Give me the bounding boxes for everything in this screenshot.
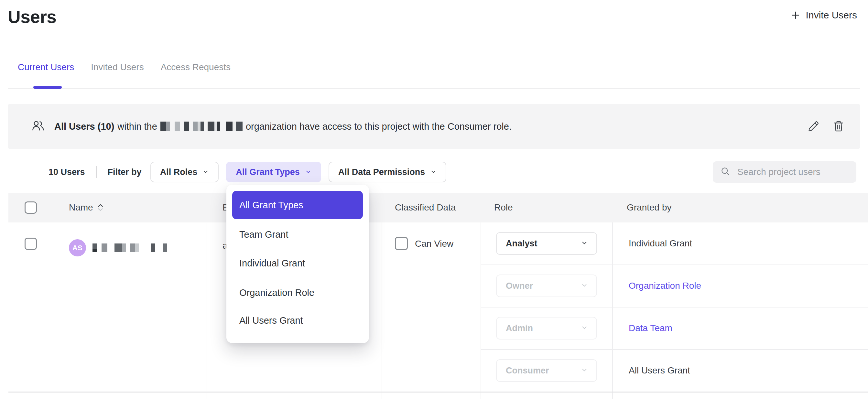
grant-row-divider bbox=[480, 265, 868, 265]
column-header-granted-by[interactable]: Granted by bbox=[627, 193, 672, 222]
column-divider bbox=[207, 222, 207, 399]
filter-all-roles[interactable]: All Roles bbox=[150, 162, 219, 182]
menu-item-team-grant[interactable]: Team Grant bbox=[239, 229, 288, 240]
banner-tail: organization have access to this project… bbox=[246, 121, 512, 132]
filter-by-label: Filter by bbox=[108, 167, 142, 177]
grant-types-dropdown-menu: All Grant Types Team Grant Individual Gr… bbox=[226, 185, 369, 343]
tabs-divider bbox=[8, 88, 860, 89]
tab-current-users[interactable]: Current Users bbox=[18, 62, 74, 72]
column-divider bbox=[480, 222, 481, 399]
role-select-analyst[interactable]: Analyst bbox=[496, 232, 597, 255]
delete-trash-icon[interactable] bbox=[833, 120, 844, 133]
column-header-role[interactable]: Role bbox=[494, 193, 513, 222]
banner-bold: All Users (10) bbox=[54, 121, 114, 132]
role-header-label: Role bbox=[494, 203, 513, 213]
plus-icon bbox=[790, 10, 801, 20]
granted-by-header-label: Granted by bbox=[627, 203, 672, 213]
chevron-down-icon bbox=[581, 239, 588, 249]
grant-row-divider bbox=[480, 307, 868, 307]
filter-all-data-permissions-label: All Data Permissions bbox=[338, 167, 425, 177]
user-count: 10 Users bbox=[49, 167, 85, 177]
filter-all-data-permissions[interactable]: All Data Permissions bbox=[329, 162, 446, 182]
filter-all-roles-label: All Roles bbox=[160, 167, 197, 177]
menu-item-organization-role[interactable]: Organization Role bbox=[239, 287, 314, 298]
role-select-owner[interactable]: Owner bbox=[496, 275, 597, 297]
column-divider bbox=[612, 222, 613, 399]
granted-by-all-users-grant: All Users Grant bbox=[629, 365, 690, 376]
redacted-organization-name bbox=[160, 122, 243, 131]
role-select-value: Admin bbox=[506, 323, 533, 333]
row-checkbox[interactable] bbox=[25, 238, 37, 250]
column-header-classified[interactable]: Classified Data bbox=[395, 193, 456, 222]
tab-invited-users[interactable]: Invited Users bbox=[91, 62, 144, 72]
active-tab-indicator bbox=[33, 86, 62, 89]
table-header: Name E Classified Data Role Granted by bbox=[8, 193, 868, 222]
banner-actions bbox=[808, 120, 844, 133]
select-all-checkbox[interactable] bbox=[25, 202, 37, 214]
avatar: AS bbox=[69, 239, 86, 256]
granted-by-individual-grant: Individual Grant bbox=[629, 238, 692, 249]
all-users-banner: All Users (10) within the organization h… bbox=[8, 104, 860, 149]
menu-item-label: All Grant Types bbox=[239, 200, 303, 211]
role-select-value: Consumer bbox=[506, 366, 549, 376]
classified-header-label: Classified Data bbox=[395, 203, 456, 213]
can-view-label: Can View bbox=[415, 239, 454, 249]
role-select-admin[interactable]: Admin bbox=[496, 317, 597, 339]
tab-access-requests[interactable]: Access Requests bbox=[161, 62, 230, 72]
filter-toolbar: 10 Users Filter by All Roles All Grant T… bbox=[49, 162, 454, 182]
page-title: Users bbox=[8, 6, 56, 27]
redacted-user-name bbox=[92, 243, 167, 252]
menu-item-all-users-grant[interactable]: All Users Grant bbox=[239, 315, 303, 326]
can-view-checkbox[interactable] bbox=[395, 237, 408, 250]
filter-all-grant-types-label: All Grant Types bbox=[236, 167, 300, 177]
chevron-down-icon bbox=[305, 167, 311, 177]
banner-mid: within the bbox=[117, 121, 157, 132]
role-select-value: Analyst bbox=[506, 239, 537, 249]
role-select-consumer[interactable]: Consumer bbox=[496, 359, 597, 382]
column-divider bbox=[382, 222, 382, 399]
users-page: Users Invite Users Current Users Invited… bbox=[0, 0, 868, 399]
chevron-down-icon bbox=[581, 366, 588, 376]
user-row-divider bbox=[8, 392, 868, 393]
menu-item-individual-grant[interactable]: Individual Grant bbox=[239, 258, 305, 269]
avatar-initials: AS bbox=[72, 244, 83, 252]
sort-icon[interactable] bbox=[98, 204, 103, 211]
chevron-down-icon bbox=[581, 281, 588, 291]
chevron-down-icon bbox=[430, 167, 437, 177]
invite-users-button[interactable]: Invite Users bbox=[790, 10, 857, 21]
granted-by-organization-role-link[interactable]: Organization Role bbox=[629, 281, 701, 291]
search-input[interactable] bbox=[737, 167, 854, 177]
edit-pencil-icon[interactable] bbox=[808, 120, 819, 133]
name-header-label: Name bbox=[69, 203, 93, 213]
role-select-value: Owner bbox=[506, 281, 533, 291]
banner-text: All Users (10) within the organization h… bbox=[54, 121, 512, 132]
filter-all-grant-types[interactable]: All Grant Types bbox=[226, 162, 321, 182]
grant-row-divider bbox=[480, 349, 868, 350]
column-header-name[interactable]: Name bbox=[69, 193, 103, 222]
invite-users-label: Invite Users bbox=[806, 10, 857, 21]
granted-by-data-team-link[interactable]: Data Team bbox=[629, 323, 672, 333]
chevron-down-icon bbox=[581, 323, 588, 333]
search-icon bbox=[720, 166, 730, 178]
menu-item-all-grant-types[interactable]: All Grant Types bbox=[232, 191, 363, 219]
select-all-cell bbox=[25, 193, 37, 222]
users-icon bbox=[32, 120, 44, 132]
toolbar-divider bbox=[96, 166, 97, 178]
tab-bar: Current Users Invited Users Access Reque… bbox=[18, 62, 230, 72]
search-box bbox=[713, 161, 856, 183]
chevron-down-icon bbox=[203, 167, 209, 177]
